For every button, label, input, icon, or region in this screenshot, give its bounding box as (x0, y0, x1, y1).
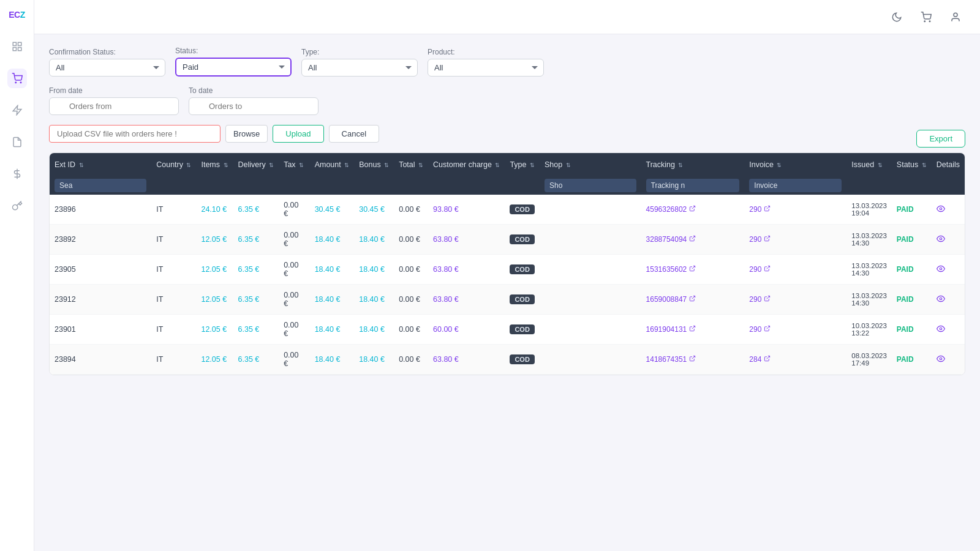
cell-amount: 18.40 € (310, 225, 355, 255)
col-tax: Tax ⇅ (279, 153, 310, 176)
dark-mode-icon[interactable] (887, 7, 907, 27)
cart-header-icon[interactable] (916, 7, 936, 27)
sidebar: ECZ (0, 0, 34, 551)
from-date-input[interactable] (49, 97, 179, 115)
sidebar-icon-orders[interactable] (7, 37, 27, 56)
cell-tracking[interactable]: 1691904131 (641, 315, 745, 345)
cell-type: COD (505, 285, 540, 315)
confirmation-status-select[interactable]: All Confirmed Unconfirmed (49, 59, 165, 77)
cell-delivery: 6.35 € (233, 315, 279, 345)
search-shop[interactable] (545, 179, 636, 192)
product-select[interactable]: All (428, 59, 544, 77)
cell-tax: 0.00 € (279, 255, 310, 285)
cell-details[interactable] (932, 285, 965, 315)
cell-invoice[interactable]: 290 (744, 195, 846, 225)
cell-tracking[interactable]: 1531635602 (641, 255, 745, 285)
search-invoice[interactable] (749, 179, 842, 192)
cell-total: 0.00 € (394, 255, 428, 285)
cell-tracking[interactable]: 1659008847 (641, 285, 745, 315)
cell-total: 0.00 € (394, 345, 428, 375)
sidebar-icon-cart[interactable] (7, 69, 27, 88)
cell-amount: 30.45 € (310, 195, 355, 225)
cell-tax: 0.00 € (279, 315, 310, 345)
cell-type: COD (505, 225, 540, 255)
search-ext-id[interactable] (55, 179, 146, 192)
cell-issued: 13.03.202319:04 (846, 195, 892, 225)
from-date-filter: From date (49, 86, 179, 115)
cell-customer-charge: 63.80 € (428, 255, 505, 285)
col-tracking: Tracking ⇅ (641, 153, 745, 176)
svg-point-33 (940, 328, 942, 330)
col-amount: Amount ⇅ (310, 153, 355, 176)
to-date-input[interactable] (189, 97, 318, 115)
cell-details[interactable] (932, 315, 965, 345)
cell-status: PAID (892, 225, 932, 255)
cell-status: PAID (892, 345, 932, 375)
cell-bonus: 18.40 € (354, 315, 394, 345)
col-delivery: Delivery ⇅ (233, 153, 279, 176)
svg-line-31 (692, 326, 695, 329)
table-row: 23912 IT 12.05 € 6.35 € 0.00 € 18.40 € 1… (50, 285, 965, 315)
col-bonus: Bonus ⇅ (354, 153, 394, 176)
sidebar-icon-key[interactable] (7, 196, 27, 216)
cell-invoice[interactable]: 290 (744, 225, 846, 255)
col-status: Status ⇅ (892, 153, 932, 176)
cell-items: 12.05 € (196, 225, 233, 255)
cell-country: IT (151, 255, 196, 285)
cell-details[interactable] (932, 195, 965, 225)
cell-tracking[interactable]: 4596326802 (641, 195, 745, 225)
cell-items: 12.05 € (196, 255, 233, 285)
cell-invoice[interactable]: 290 (744, 315, 846, 345)
sidebar-icon-flash[interactable] (7, 100, 27, 120)
cell-bonus: 18.40 € (354, 285, 394, 315)
cell-amount: 18.40 € (310, 285, 355, 315)
cell-items: 12.05 € (196, 345, 233, 375)
user-icon[interactable] (946, 7, 965, 27)
col-type: Type ⇅ (505, 153, 540, 176)
cell-items: 24.10 € (196, 195, 233, 225)
svg-line-23 (766, 236, 769, 239)
cell-country: IT (151, 195, 196, 225)
confirmation-status-label: Confirmation Status: (49, 48, 165, 56)
cell-delivery: 6.35 € (233, 195, 279, 225)
cell-tracking[interactable]: 1418674351 (641, 345, 745, 375)
cell-country: IT (151, 315, 196, 345)
cell-status: PAID (892, 195, 932, 225)
sidebar-icon-dollar[interactable] (7, 164, 27, 184)
svg-line-26 (766, 266, 769, 269)
svg-rect-0 (13, 42, 16, 45)
cancel-button[interactable]: Cancel (329, 125, 379, 143)
cell-details[interactable] (932, 255, 965, 285)
cell-status: PAID (892, 285, 932, 315)
cell-details[interactable] (932, 225, 965, 255)
cell-customer-charge: 93.80 € (428, 195, 505, 225)
cell-shop (540, 315, 641, 345)
confirmation-status-filter: Confirmation Status: All Confirmed Uncon… (49, 48, 165, 77)
cell-details[interactable] (932, 345, 965, 375)
cell-bonus: 30.45 € (354, 195, 394, 225)
upload-button[interactable]: Upload (273, 125, 323, 143)
sidebar-icon-document[interactable] (7, 132, 27, 152)
cell-delivery: 6.35 € (233, 345, 279, 375)
col-total: Total ⇅ (394, 153, 428, 176)
type-select[interactable]: All COD Prepaid (301, 59, 418, 77)
svg-point-21 (940, 208, 942, 210)
export-button[interactable]: Export (916, 130, 965, 148)
cell-country: IT (151, 225, 196, 255)
cell-shop (540, 285, 641, 315)
search-tracking[interactable] (646, 179, 740, 192)
cell-shop (540, 255, 641, 285)
cell-issued: 13.03.202314:30 (846, 225, 892, 255)
cell-shop (540, 345, 641, 375)
status-select[interactable]: All Paid Unpaid Pending (175, 58, 292, 77)
svg-point-4 (15, 82, 17, 83)
cell-invoice[interactable]: 290 (744, 255, 846, 285)
cell-invoice[interactable]: 284 (744, 345, 846, 375)
cell-tracking[interactable]: 3288754094 (641, 225, 745, 255)
svg-rect-2 (13, 48, 16, 51)
cell-invoice[interactable]: 290 (744, 285, 846, 315)
browse-button[interactable]: Browse (225, 125, 268, 143)
product-filter: Product: All (428, 48, 544, 77)
table-row: 23905 IT 12.05 € 6.35 € 0.00 € 18.40 € 1… (50, 255, 965, 285)
csv-upload-input[interactable] (49, 125, 221, 143)
